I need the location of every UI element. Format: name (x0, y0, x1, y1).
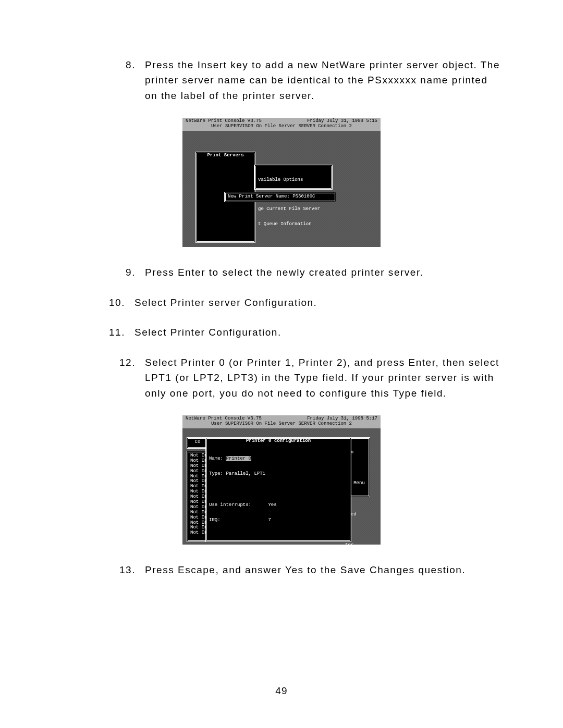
panel-title: Printer 0 configuration (207, 439, 350, 444)
step-text: Select Printer server Configuration. (134, 295, 503, 310)
panel-title: Print Servers (197, 153, 254, 158)
figure-1: NetWare Print Console V3.75 Friday July … (60, 118, 503, 247)
step-text: Select Printer 0 (or Printer 1, Printer … (145, 355, 503, 401)
step-9: 9. Press Enter to select the newly creat… (60, 265, 503, 280)
cfg-type: Type: Parallel, LPT1 (209, 472, 348, 477)
new-server-name-label: New Print Server Name: PS30100C (226, 193, 335, 201)
document-page: 8. Press the Insert key to add a new Net… (0, 0, 563, 728)
cfg-name-row: Name: Printer 0 (209, 456, 348, 462)
printer-config-panel: Printer 0 configuration Name: Printer 0 … (205, 437, 351, 542)
step-12: 12. Select Printer 0 (or Printer 1, Prin… (60, 355, 503, 401)
instruction-list-3: 13. Press Escape, and answer Yes to the … (60, 562, 503, 577)
cfg-interrupts: Use interrupts: Yes (209, 503, 348, 508)
header-subtitle: User SUPERVISOR On File Server SERVER Co… (186, 422, 377, 427)
step-number: 11. (102, 325, 125, 340)
instruction-list: 8. Press the Insert key to add a new Net… (60, 57, 503, 103)
page-number: 49 (0, 685, 563, 697)
step-text: Press Enter to select the newly created … (145, 265, 503, 280)
dos-header: NetWare Print Console V3.75 Friday July … (182, 118, 381, 131)
step-text: Press the Insert key to add a new NetWar… (145, 57, 503, 103)
figure-2: NetWare Print Console V3.75 Friday July … (60, 415, 503, 545)
dos-header: NetWare Print Console V3.75 Friday July … (182, 415, 381, 428)
header-subtitle: User SUPERVISOR On File Server SERVER Co… (186, 124, 377, 129)
step-number: 12. (112, 355, 136, 401)
options-title: vailable Options (258, 178, 329, 183)
option-current-file-server: ge Current File Server (258, 207, 329, 212)
step-text: Press Escape, and answer Yes to the Save… (145, 562, 503, 577)
dos-screenshot-2: NetWare Print Console V3.75 Friday July … (182, 415, 381, 545)
step-text: Select Printer Configuration. (134, 325, 503, 340)
new-print-server-name-panel: New Print Server Name: PS30100C (224, 192, 336, 202)
available-options-panel: vailable Options ge Current File Server … (254, 165, 333, 190)
step-8: 8. Press the Insert key to add a new Net… (60, 57, 503, 103)
option-queue-info: t Queue Information (258, 222, 329, 227)
step-number: 13. (112, 562, 136, 577)
step-number: 8. (112, 57, 136, 103)
cfg-irq: IRQ: 7 (209, 518, 348, 523)
instruction-list-2: 9. Press Enter to select the newly creat… (60, 265, 503, 401)
dos-screenshot-1: NetWare Print Console V3.75 Friday July … (182, 118, 381, 247)
cfg-name-value: Printer 0 (226, 456, 251, 461)
step-number: 9. (112, 265, 136, 280)
co-label: Co (188, 439, 207, 446)
step-13: 13. Press Escape, and answer Yes to the … (60, 562, 503, 577)
step-number: 10. (102, 295, 125, 310)
step-10: 10. Select Printer server Configuration. (60, 295, 503, 310)
step-11: 11. Select Printer Configuration. (60, 325, 503, 340)
